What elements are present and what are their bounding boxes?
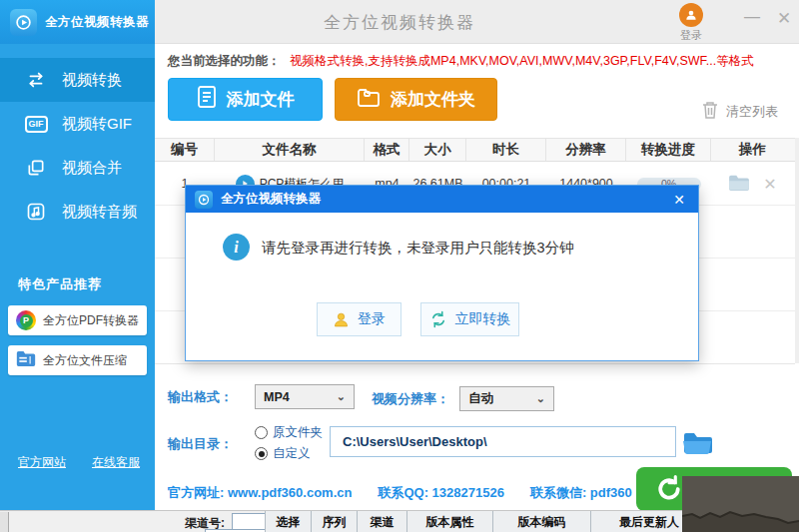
product-pdf-converter[interactable]: P 全方位PDF转换器 — [8, 305, 147, 335]
bg-col-version-attr: 版本属性 — [406, 511, 492, 532]
online-support-link[interactable]: 在线客服 — [92, 454, 140, 471]
minimize-button[interactable]: — — [741, 8, 763, 30]
resolution-value: 自动 — [468, 390, 493, 407]
login-label: 登录 — [671, 28, 711, 43]
dialog-convert-button[interactable]: 立即转换 — [420, 302, 519, 336]
sidebar-item-label: 视频合并 — [62, 159, 122, 178]
sidebar-links: 官方网站 在线客服 — [18, 454, 143, 471]
dialog-login-button[interactable]: 登录 — [317, 302, 401, 336]
output-dir-label: 输出目录： — [168, 435, 233, 453]
radio-custom-label: 自定义 — [273, 445, 311, 462]
col-number: 编号 — [155, 139, 215, 161]
dialog-convert-label: 立即转换 — [455, 310, 511, 328]
output-format-select[interactable]: MP4 ⌄ — [255, 384, 355, 409]
info-icon: i — [223, 234, 250, 261]
sidebar-item-video-to-gif[interactable]: GIF 视频转GIF — [0, 102, 155, 146]
radio-checked-icon — [255, 447, 268, 460]
bg-col-channel: 渠道 — [357, 511, 406, 532]
radio-source-label: 原文件夹 — [273, 424, 323, 441]
output-format-label: 输出格式： — [168, 388, 233, 406]
col-progress: 转换进度 — [626, 139, 711, 161]
resolution-select[interactable]: 自动 ⌄ — [459, 386, 554, 411]
radio-icon — [255, 426, 268, 439]
table-scrollbar[interactable] — [795, 138, 799, 363]
cell-actions: ✕ — [711, 174, 794, 195]
chevron-down-icon: ⌄ — [337, 390, 346, 403]
sidebar-item-label: 视频转GIF — [62, 115, 132, 134]
dialog-logo-icon — [195, 191, 213, 209]
user-icon — [679, 3, 703, 27]
clear-list-button[interactable]: 清空列表 — [702, 101, 778, 123]
clear-list-label: 清空列表 — [726, 103, 778, 121]
promo-heading: 特色产品推荐 — [18, 275, 102, 293]
close-button[interactable]: ✕ — [773, 8, 795, 30]
remove-file-icon[interactable]: ✕ — [763, 175, 776, 194]
table-header: 编号 文件名称 格式 大小 时长 分辨率 转换进度 操作 — [155, 138, 795, 162]
radio-source-folder[interactable]: 原文件夹 — [255, 424, 323, 441]
contact-wechat: 联系微信: pdf360 — [530, 484, 632, 502]
bg-col-select: 选择 — [265, 511, 311, 532]
background-window: 渠道号: 选择 序列 渠道 版本属性 版本编码 最后更新人 — [0, 510, 799, 532]
gif-icon: GIF — [24, 112, 48, 136]
open-folder-icon[interactable] — [728, 174, 750, 195]
function-value: 视频格式转换,支持转换成MP4,MKV,MOV,AVI,MWV,M4V,3GP,… — [290, 54, 754, 68]
folder-icon — [357, 87, 381, 113]
chevron-down-icon: ⌄ — [536, 392, 545, 405]
document-icon — [197, 85, 217, 114]
background-scrollbar — [0, 512, 9, 532]
resolution-label: 视频分辨率： — [372, 390, 449, 408]
background-table-header: 选择 序列 渠道 版本属性 版本编码 最后更新人 — [265, 511, 708, 532]
official-url: 官方网址: www.pdf360.com.cn — [168, 484, 352, 502]
add-file-label: 添加文件 — [227, 88, 295, 111]
dialog-close-icon[interactable]: ✕ — [669, 192, 689, 208]
person-icon — [333, 311, 350, 328]
sidebar: 视频转换 GIF 视频转GIF 视频合并 视频转音频 特色产品推荐 P — [0, 44, 155, 510]
redaction-patch — [682, 476, 799, 532]
col-resolution: 分辨率 — [546, 139, 626, 161]
browse-folder-button[interactable] — [681, 427, 713, 455]
login-prompt-dialog: 全方位视频转换器 ✕ i 请先登录再进行转换，未登录用户只能转换3分钟 登录 立… — [185, 185, 699, 361]
dialog-login-label: 登录 — [358, 310, 386, 328]
col-size: 大小 — [409, 139, 466, 161]
music-note-icon — [24, 200, 48, 224]
output-dir-input[interactable]: C:\Users\User\Desktop\ — [330, 426, 676, 457]
official-site-link[interactable]: 官方网站 — [18, 454, 66, 471]
dialog-title-bar: 全方位视频转换器 ✕ — [186, 186, 698, 213]
bg-col-version-code: 版本编码 — [492, 511, 590, 532]
folder-compress-icon — [16, 350, 36, 370]
refresh-icon — [654, 474, 684, 504]
contact-qq: 联系QQ: 1328271526 — [378, 484, 503, 502]
footer-contacts: 官方网址: www.pdf360.com.cn 联系QQ: 1328271526… — [168, 484, 632, 502]
trash-icon — [702, 101, 718, 123]
sidebar-menu: 视频转换 GIF 视频转GIF 视频合并 视频转音频 — [0, 58, 155, 234]
sidebar-item-label: 视频转换 — [62, 71, 122, 90]
app-window: 全方位视频转换器 全方位视频转换器 登录 — ✕ 视频转换 GIF 视频转GIF — [0, 0, 799, 532]
add-folder-button[interactable]: 添加文件夹 — [335, 78, 497, 121]
radio-custom-folder[interactable]: 自定义 — [255, 445, 311, 462]
login-button[interactable]: 登录 — [671, 3, 711, 43]
function-bar: 您当前选择的功能： 视频格式转换,支持转换成MP4,MKV,MOV,AVI,MW… — [168, 53, 754, 70]
sidebar-item-video-merge[interactable]: 视频合并 — [0, 146, 155, 190]
add-folder-label: 添加文件夹 — [391, 88, 475, 111]
col-actions: 操作 — [711, 139, 794, 161]
product-label: 全方位PDF转换器 — [43, 312, 139, 329]
product-file-compressor[interactable]: 全方位文件压缩 — [8, 345, 147, 375]
convert-arrows-icon — [24, 68, 48, 92]
title-bar: 全方位视频转换器 全方位视频转换器 登录 — ✕ — [0, 0, 799, 44]
sidebar-item-video-to-audio[interactable]: 视频转音频 — [0, 190, 155, 234]
dialog-title: 全方位视频转换器 — [221, 191, 321, 208]
dialog-message: 请先登录再进行转换，未登录用户只能转换3分钟 — [262, 239, 574, 258]
merge-squares-icon — [24, 156, 48, 180]
output-format-value: MP4 — [264, 390, 290, 404]
col-duration: 时长 — [466, 139, 546, 161]
add-file-button[interactable]: 添加文件 — [168, 78, 323, 121]
sidebar-item-label: 视频转音频 — [62, 203, 137, 222]
pdf-converter-icon: P — [16, 310, 36, 330]
table-bottom-border — [155, 363, 795, 364]
col-format: 格式 — [365, 139, 409, 161]
sync-arrows-icon — [429, 310, 447, 328]
bg-col-sequence: 序列 — [311, 511, 357, 532]
function-label: 您当前选择的功能： — [168, 54, 281, 68]
product-label: 全方位文件压缩 — [43, 352, 127, 369]
sidebar-item-video-convert[interactable]: 视频转换 — [0, 58, 155, 102]
